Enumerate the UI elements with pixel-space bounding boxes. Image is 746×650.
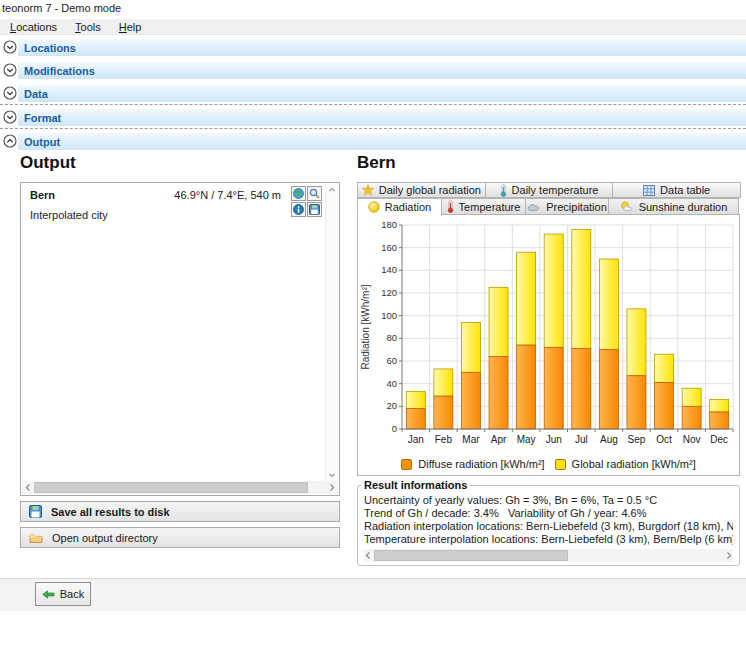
result-info-line: Radiation interpolation locations: Bern-… [364,520,733,533]
sun-icon [368,201,380,213]
save-all-results-label: Save all results to disk [51,506,170,518]
svg-text:60: 60 [386,355,397,366]
menu-locations[interactable]: Locations [1,21,66,33]
svg-text:20: 20 [386,400,397,411]
scroll-left-icon[interactable] [364,551,372,560]
svg-text:May: May [517,434,536,445]
tab-data-table[interactable]: Data table [612,182,741,198]
tab-temperature[interactable]: Temperature [441,198,526,215]
list-horizontal-scrollbar[interactable] [22,481,338,494]
accordion-locations[interactable]: Locations [0,39,746,56]
scroll-right-icon[interactable] [326,483,338,492]
list-vertical-scrollbar[interactable] [325,184,338,481]
location-list-item[interactable]: Bern 46.9°N / 7.4°E, 540 m Interpolated … [22,184,325,225]
chart-type-tabs: Daily global radiation Daily temperature… [357,182,740,198]
svg-text:Jan: Jan [408,434,424,445]
accordion-label: Locations [24,42,76,54]
save-location-button[interactable] [307,202,322,217]
info-button[interactable] [291,202,306,217]
tab-sunshine-duration[interactable]: Sunshine duration [608,198,739,215]
svg-text:100: 100 [381,310,397,321]
tab-label: Temperature [459,201,521,213]
tab-radiation[interactable]: Radiation [357,198,442,216]
menu-tools[interactable]: Tools [66,21,110,33]
chevron-down-circle-icon [3,110,17,124]
magnifier-icon [309,188,320,199]
accordion-label: Format [24,112,61,124]
accordion: Locations Modifications Data Format Outp… [0,39,746,150]
global-swatch-icon [555,459,566,470]
svg-text:Jul: Jul [575,434,588,445]
result-heading: Bern [357,153,740,173]
chevron-down-circle-icon [3,40,17,54]
window-title: teonorm 7 - Demo mode [0,0,746,19]
svg-text:Radiation [kWh/m²]: Radiation [kWh/m²] [360,284,371,369]
svg-text:40: 40 [386,378,397,389]
radiation-bar-chart: JanFebMarAprMayJunJulAugSepOctNovDec0204… [358,215,739,453]
back-arrow-icon [42,590,55,599]
back-button[interactable]: Back [35,582,91,606]
scrollbar-thumb[interactable] [374,550,568,561]
sun-cloud-icon [620,201,634,212]
svg-text:Nov: Nov [683,434,701,445]
save-all-results-button[interactable]: Save all results to disk [20,501,340,522]
svg-text:Aug: Aug [600,434,618,445]
accordion-data[interactable]: Data [0,85,746,102]
output-panel: Output Bern 46.9°N / 7.4°E, 540 m Interp… [20,153,340,548]
dashed-divider [0,128,746,129]
tab-daily-global-radiation[interactable]: Daily global radiation [357,182,486,198]
location-coordinates: 46.9°N / 7.4°E, 540 m [174,189,281,201]
open-output-directory-button[interactable]: Open output directory [20,527,340,548]
menu-help[interactable]: Help [110,21,151,33]
chevron-down-circle-icon [3,63,17,77]
tab-label: Data table [660,184,710,196]
scroll-up-icon[interactable] [328,186,336,194]
svg-text:160: 160 [381,242,397,253]
result-panel: Bern Daily global radiation Daily temper… [357,153,740,566]
thermometer-icon [447,200,454,213]
svg-text:140: 140 [381,264,397,275]
chart-legend: Diffuse radiation [kWh/m²] Global radiat… [358,453,739,475]
globe-icon [293,188,304,199]
svg-text:180: 180 [381,219,397,230]
scrollbar-thumb[interactable] [34,482,308,493]
tab-precipitation[interactable]: Precipitation [525,198,609,215]
svg-text:0: 0 [392,423,397,434]
star-icon [362,184,374,196]
svg-text:Oct: Oct [656,434,672,445]
svg-text:Dec: Dec [710,434,728,445]
tab-label: Daily temperature [512,184,599,196]
map-button[interactable] [291,186,306,201]
svg-text:120: 120 [381,287,397,298]
info-horizontal-scrollbar[interactable] [364,549,733,562]
legend-label: Diffuse radiation [kWh/m²] [418,458,544,470]
inspect-button[interactable] [307,186,322,201]
tab-label: Precipitation [546,201,607,213]
scroll-down-icon[interactable] [328,471,336,479]
accordion-modifications[interactable]: Modifications [0,62,746,79]
location-description: Interpolated city [30,209,321,221]
accordion-label: Modifications [24,65,95,77]
chevron-up-circle-icon [3,134,17,148]
legend-label: Global radiation [kWh/m²] [572,458,696,470]
accordion-output[interactable]: Output [0,133,746,150]
accordion-label: Data [24,88,48,100]
svg-text:Sep: Sep [628,434,646,445]
legend-global: Global radiation [kWh/m²] [555,458,696,470]
svg-text:80: 80 [386,332,397,343]
tab-daily-temperature[interactable]: Daily temperature [485,182,614,198]
cloud-icon [527,202,541,212]
tab-label: Sunshine duration [639,201,728,213]
scroll-right-icon[interactable] [725,551,733,560]
accordion-format[interactable]: Format [0,109,746,126]
scroll-left-icon[interactable] [22,483,34,492]
chevron-down-circle-icon [3,86,17,100]
footer [0,579,746,611]
open-output-directory-label: Open output directory [52,532,158,544]
floppy-disk-icon [29,505,42,518]
location-listbox: Bern 46.9°N / 7.4°E, 540 m Interpolated … [20,182,340,496]
diffuse-swatch-icon [401,459,412,470]
tab-label: Daily global radiation [379,184,481,196]
result-informations-title: Result informations [361,479,470,491]
svg-text:Feb: Feb [435,434,453,445]
